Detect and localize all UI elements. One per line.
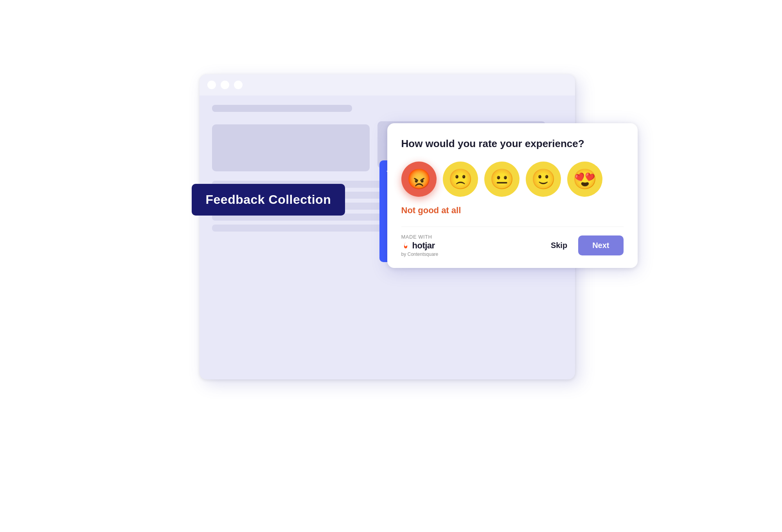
angry-emoji-icon: 😡: [407, 168, 431, 191]
hotjar-by-text: by Contentsquare: [401, 252, 439, 257]
scene: Feedback Collection Feedback How would y…: [176, 51, 606, 481]
survey-widget: How would you rate your experience? 😡 🙁 …: [387, 123, 638, 268]
hotjar-made-with-text: MADE WITH: [401, 234, 432, 240]
browser-dot-2: [221, 81, 229, 89]
hotjar-logo-row: hotjar: [401, 241, 435, 251]
rating-label: Not good at all: [401, 205, 624, 216]
happy-emoji-icon: 🙂: [531, 168, 555, 191]
sad-emoji-icon: 🙁: [448, 168, 473, 191]
browser-dot-1: [207, 81, 216, 89]
browser-line-1: [212, 105, 352, 112]
browser-dot-3: [234, 81, 243, 89]
love-emoji-icon: 😍: [573, 168, 597, 191]
emoji-neutral-button[interactable]: 😐: [484, 162, 520, 197]
feedback-collection-label: Feedback Collection: [192, 184, 345, 216]
emoji-love-button[interactable]: 😍: [567, 162, 602, 197]
emoji-row: 😡 🙁 😐 🙂 😍: [401, 162, 624, 197]
neutral-emoji-icon: 😐: [490, 168, 514, 191]
emoji-sad-button[interactable]: 🙁: [443, 162, 478, 197]
browser-titlebar: [200, 74, 575, 95]
skip-button[interactable]: Skip: [546, 238, 572, 253]
hotjar-logo-text: hotjar: [412, 241, 435, 251]
hotjar-flame-icon: [401, 241, 410, 250]
emoji-happy-button[interactable]: 🙂: [526, 162, 561, 197]
hotjar-branding: MADE WITH hotjar by Contentsquare: [401, 234, 439, 257]
survey-footer: MADE WITH hotjar by Contentsquare Skip N…: [401, 226, 624, 257]
browser-block-1: [212, 124, 370, 171]
next-button[interactable]: Next: [578, 235, 623, 255]
emoji-angry-button[interactable]: 😡: [401, 162, 437, 197]
survey-question: How would you rate your experience?: [401, 137, 624, 151]
survey-actions: Skip Next: [546, 235, 624, 255]
